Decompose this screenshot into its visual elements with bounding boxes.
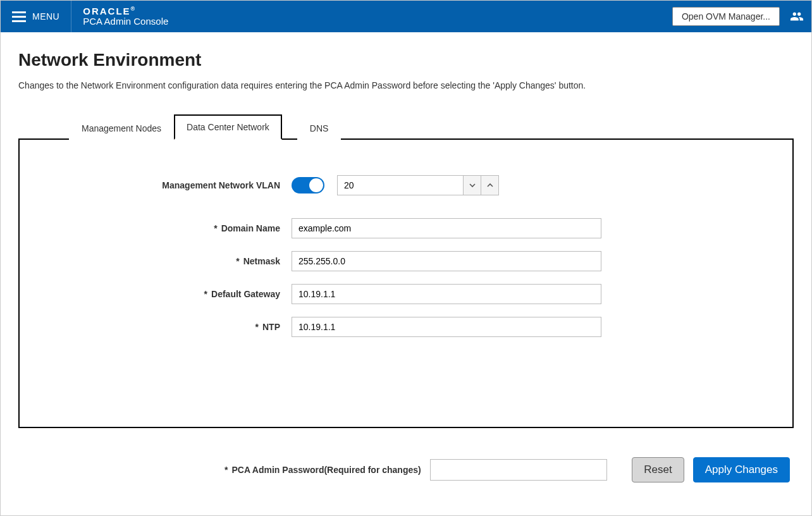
label-default-gateway: Default Gateway bbox=[211, 289, 280, 299]
vlan-decrement-button[interactable] bbox=[464, 175, 481, 195]
apply-changes-button[interactable]: Apply Changes bbox=[693, 457, 790, 482]
page-title: Network Environment bbox=[18, 50, 794, 70]
tab-panel: Management Network VLAN *Domain Name bbox=[18, 138, 794, 428]
label-management-network-vlan: Management Network VLAN bbox=[45, 180, 292, 190]
vlan-input[interactable] bbox=[337, 175, 464, 195]
menu-button[interactable]: MENU bbox=[8, 1, 71, 32]
required-marker: * bbox=[236, 256, 239, 266]
tab-management-nodes[interactable]: Management Nodes bbox=[69, 116, 174, 140]
footer-row: * PCA Admin Password(Required for change… bbox=[18, 457, 794, 482]
required-marker: * bbox=[225, 465, 228, 475]
tabs: Management Nodes Data Center Network DNS bbox=[69, 114, 794, 138]
netmask-input[interactable] bbox=[292, 251, 601, 271]
vlan-increment-button[interactable] bbox=[481, 175, 499, 195]
tab-dns[interactable]: DNS bbox=[297, 116, 341, 140]
ntp-input[interactable] bbox=[292, 317, 601, 337]
reset-button[interactable]: Reset bbox=[632, 457, 684, 482]
page-description: Changes to the Network Environment confi… bbox=[18, 80, 794, 90]
domain-name-input[interactable] bbox=[292, 218, 601, 238]
tab-data-center-network[interactable]: Data Center Network bbox=[174, 114, 282, 140]
label-domain-name: Domain Name bbox=[221, 223, 280, 233]
label-netmask: Netmask bbox=[243, 256, 280, 266]
required-marker: * bbox=[204, 289, 207, 299]
required-marker: * bbox=[255, 322, 259, 332]
hamburger-icon bbox=[12, 11, 26, 22]
brand-top: ORACLE bbox=[83, 6, 130, 16]
default-gateway-input[interactable] bbox=[292, 284, 601, 304]
menu-label: MENU bbox=[32, 11, 59, 22]
brand: ORACLE® PCA Admin Console bbox=[71, 6, 168, 27]
users-icon[interactable] bbox=[790, 9, 804, 23]
admin-password-input[interactable] bbox=[430, 459, 607, 481]
brand-sub: PCA Admin Console bbox=[83, 16, 168, 27]
label-admin-password: PCA Admin Password(Required for changes) bbox=[231, 465, 421, 475]
top-bar: MENU ORACLE® PCA Admin Console Open OVM … bbox=[1, 1, 811, 32]
required-marker: * bbox=[214, 223, 217, 233]
vlan-toggle[interactable] bbox=[292, 177, 324, 194]
label-ntp: NTP bbox=[262, 322, 280, 332]
open-ovm-manager-button[interactable]: Open OVM Manager... bbox=[672, 7, 780, 26]
